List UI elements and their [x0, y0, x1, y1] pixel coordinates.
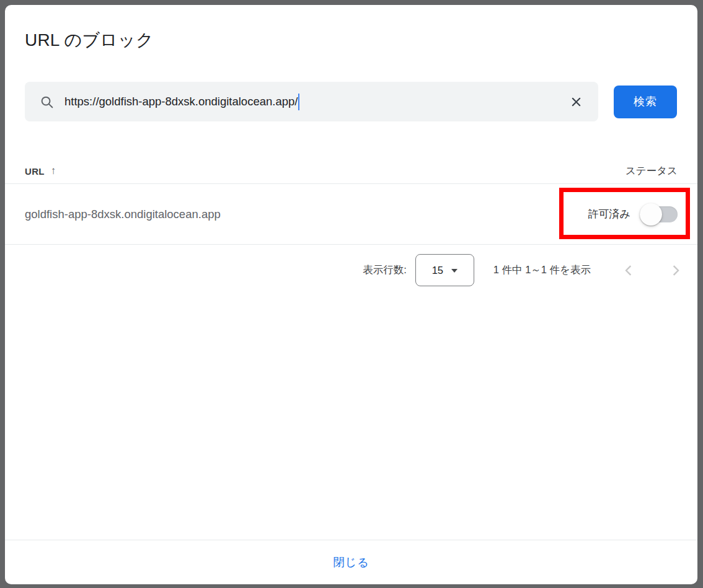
sort-ascending-icon: ↑ [51, 165, 56, 177]
search-input[interactable]: https://goldfish-app-8dxsk.ondigitalocea… [64, 95, 298, 108]
close-button[interactable]: 閉じる [319, 548, 384, 576]
dropdown-arrow-icon [451, 269, 458, 273]
column-header-status: ステータス [626, 164, 678, 178]
screenshot-frame: URL のブロック https://goldfish-app-8dxsk.ond… [0, 0, 703, 588]
search-input-container[interactable]: https://goldfish-app-8dxsk.ondigitalocea… [25, 82, 598, 121]
table-row: goldfish-app-8dxsk.ondigitalocean.app 許可… [5, 184, 697, 245]
previous-page-icon[interactable] [621, 262, 637, 279]
search-icon [40, 95, 54, 109]
dialog-title: URL のブロック [25, 29, 154, 52]
rows-per-page-select[interactable]: 15 [415, 254, 474, 286]
search-button[interactable]: 検索 [614, 86, 677, 118]
status-toggle[interactable] [642, 206, 678, 222]
url-block-dialog: URL のブロック https://goldfish-app-8dxsk.ond… [5, 5, 697, 584]
row-status-cell: 許可済み [588, 206, 678, 222]
column-header-url-label: URL [25, 166, 45, 177]
clear-icon[interactable] [566, 92, 586, 112]
pagination-range-text: 1 件中 1～1 件を表示 [493, 263, 591, 277]
column-header-url[interactable]: URL ↑ [25, 165, 56, 177]
toggle-knob [640, 203, 662, 226]
next-page-icon[interactable] [667, 262, 684, 279]
pagination-bar: 表示行数: 15 1 件中 1～1 件を表示 [5, 254, 684, 286]
table-header: URL ↑ ステータス [5, 159, 697, 184]
text-cursor [298, 94, 299, 110]
dialog-footer: 閉じる [5, 540, 697, 584]
status-label: 許可済み [588, 207, 630, 221]
rows-per-page-value: 15 [432, 265, 443, 276]
search-row: https://goldfish-app-8dxsk.ondigitalocea… [25, 82, 677, 121]
rows-per-page-label: 表示行数: [363, 263, 407, 277]
row-url-text: goldfish-app-8dxsk.ondigitalocean.app [25, 208, 221, 221]
